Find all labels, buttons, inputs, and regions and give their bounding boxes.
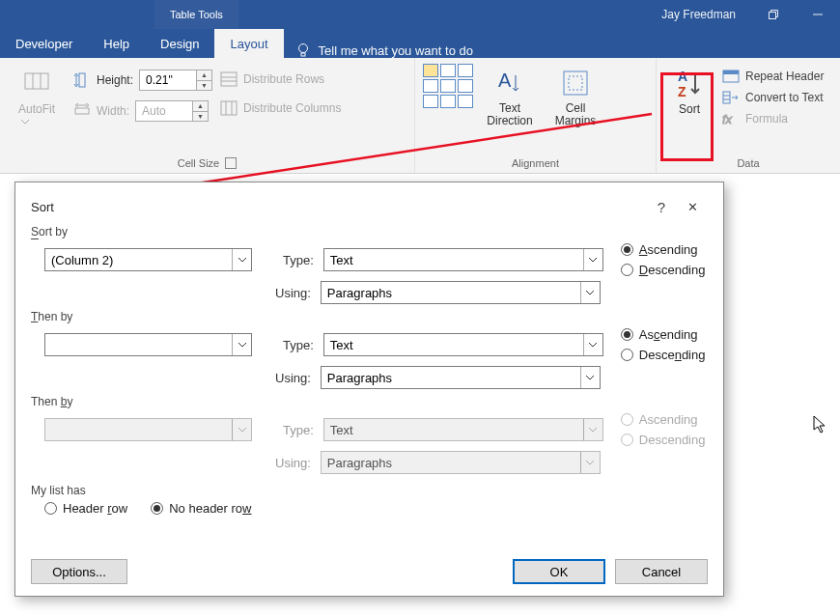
width-spinner[interactable]: ▲▼	[135, 100, 209, 122]
repeat-header-icon	[722, 70, 740, 83]
cell-size-dialog-launcher[interactable]	[225, 157, 237, 169]
svg-text:A: A	[678, 69, 687, 84]
type-label: Type:	[283, 253, 314, 267]
svg-text:A: A	[498, 70, 512, 91]
spin-up-icon[interactable]: ▲	[193, 101, 208, 112]
window-restore-icon[interactable]	[751, 0, 796, 29]
then-by-2-field-combo	[44, 418, 252, 441]
sort-by-type-input[interactable]	[324, 249, 583, 270]
chevron-down-icon[interactable]	[580, 282, 600, 303]
tab-design[interactable]: Design	[145, 29, 214, 58]
list-has-label: My list has	[31, 484, 708, 497]
sort-by-using-combo[interactable]	[321, 281, 601, 304]
sort-by-using-input[interactable]	[322, 282, 580, 303]
then-by-1-using-combo[interactable]	[321, 366, 601, 389]
cell-margins-button[interactable]: Cell Margins	[546, 64, 604, 127]
then-by-2-asc-radio: Ascending	[621, 412, 706, 427]
chevron-down-icon[interactable]	[583, 334, 602, 355]
sort-by-field-input[interactable]	[45, 249, 232, 270]
height-input[interactable]	[140, 70, 196, 90]
sort-by-asc-radio[interactable]: Ascending	[621, 242, 706, 257]
convert-to-text-label: Convert to Text	[745, 91, 823, 104]
text-direction-icon: A	[494, 68, 525, 98]
then-by-1-field-input[interactable]	[45, 334, 232, 355]
data-caption: Data	[737, 157, 759, 169]
formula-button[interactable]: fx Formula	[722, 110, 824, 127]
tell-me[interactable]: Tell me what you want to do	[284, 42, 485, 58]
chevron-down-icon[interactable]	[232, 334, 251, 355]
no-header-row-radio[interactable]: No header row	[151, 501, 251, 516]
chevron-down-icon[interactable]	[583, 249, 602, 270]
then-by-2-type-combo	[323, 418, 603, 441]
sort-button[interactable]: A Z Sort	[664, 64, 714, 116]
cell-margins-label: Cell Margins	[555, 102, 597, 127]
text-direction-button[interactable]: A Text Direction	[481, 64, 539, 127]
repeat-header-button[interactable]: Repeat Header	[722, 68, 824, 85]
then-by-1-desc-radio[interactable]: Descending	[621, 348, 706, 362]
svg-text:fx: fx	[722, 112, 733, 126]
sort-label: Sort	[679, 102, 700, 116]
svg-text:Z: Z	[678, 84, 686, 98]
sort-dialog: Sort ? ✕ Sort by Type: Ascending Descend…	[14, 182, 724, 597]
then-by-1-using-input[interactable]	[322, 367, 580, 388]
options-button[interactable]: Options...	[31, 559, 127, 584]
distribute-rows-button[interactable]: Distribute Rows	[220, 71, 341, 87]
header-row-radio[interactable]: Header row	[44, 501, 127, 516]
then-by-1-type-input[interactable]	[324, 334, 583, 355]
svg-rect-8	[75, 108, 89, 114]
convert-to-text-button[interactable]: Convert to Text	[722, 89, 824, 106]
autofit-button[interactable]: AutoFit	[8, 64, 66, 154]
distribute-columns-icon	[220, 100, 238, 116]
alignment-grid[interactable]	[423, 64, 473, 108]
lightbulb-icon	[295, 42, 311, 58]
svg-rect-9	[221, 72, 237, 86]
spin-down-icon[interactable]: ▼	[193, 112, 208, 122]
tab-help[interactable]: Help	[88, 29, 145, 58]
cancel-button[interactable]: Cancel	[615, 559, 708, 584]
then-by-2-desc-radio: Descending	[621, 433, 706, 447]
tab-developer[interactable]: Developer	[0, 29, 88, 58]
then-by-1-type-combo[interactable]	[323, 333, 603, 356]
chevron-down-icon	[583, 419, 602, 440]
sort-by-field-combo[interactable]	[44, 248, 252, 271]
spin-up-icon[interactable]: ▲	[197, 70, 211, 81]
tab-layout[interactable]: Layout	[214, 29, 283, 58]
repeat-header-label: Repeat Header	[745, 70, 824, 83]
svg-rect-3	[301, 53, 305, 56]
chevron-down-icon[interactable]	[580, 367, 600, 388]
dialog-close-button[interactable]: ✕	[677, 200, 708, 214]
ok-button[interactable]: OK	[513, 559, 605, 584]
distribute-rows-icon	[220, 71, 238, 87]
then-by-1-asc-radio[interactable]: Ascending	[621, 327, 706, 342]
cell-size-caption: Cell Size	[178, 157, 219, 169]
ribbon-tabs: Developer Help Design Layout Tell me wha…	[0, 29, 840, 58]
svg-rect-17	[569, 76, 582, 90]
formula-label: Formula	[745, 112, 788, 126]
distribute-columns-button[interactable]: Distribute Columns	[220, 100, 341, 116]
width-input[interactable]	[136, 101, 192, 121]
svg-rect-20	[723, 70, 739, 74]
col-width-icon	[73, 102, 91, 120]
using-label: Using:	[275, 456, 311, 470]
title-bar: Table Tools Jay Freedman	[0, 0, 840, 29]
spin-down-icon[interactable]: ▼	[197, 81, 211, 91]
dialog-help-button[interactable]: ?	[646, 199, 677, 215]
distribute-columns-label: Distribute Columns	[243, 101, 341, 115]
height-label: Height:	[97, 73, 133, 87]
then-by-1-field-combo[interactable]	[44, 333, 252, 356]
svg-point-2	[298, 44, 307, 53]
using-label: Using:	[275, 371, 311, 385]
cell-margins-icon	[560, 68, 591, 98]
mouse-cursor-icon	[813, 415, 828, 434]
chevron-down-icon[interactable]	[232, 249, 251, 270]
svg-rect-7	[79, 73, 85, 87]
tell-me-label: Tell me what you want to do	[319, 43, 473, 58]
then-by-2-using-combo	[321, 451, 601, 474]
window-minimize-icon[interactable]	[796, 0, 840, 29]
svg-rect-22	[723, 92, 730, 103]
sort-by-type-combo[interactable]	[323, 248, 603, 271]
chevron-down-icon	[21, 120, 52, 151]
height-spinner[interactable]: ▲▼	[139, 70, 212, 91]
convert-to-text-icon	[722, 91, 740, 104]
sort-by-desc-radio[interactable]: Descending	[621, 263, 706, 277]
